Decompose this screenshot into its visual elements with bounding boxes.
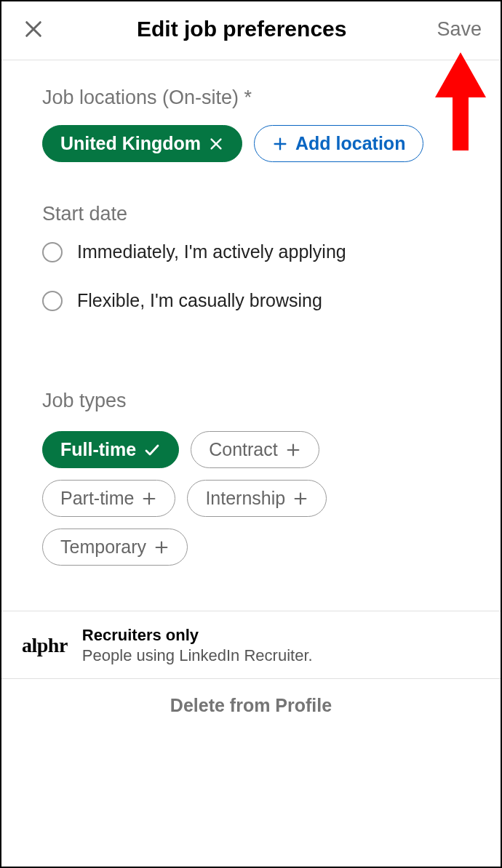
radio-option-immediately[interactable]: Immediately, I'm actively applying bbox=[42, 241, 460, 262]
save-button[interactable]: Save bbox=[435, 15, 483, 44]
plus-icon bbox=[141, 491, 157, 507]
content-area: Job locations (On-site) * United Kingdom bbox=[1, 60, 501, 611]
radio-label: Flexible, I'm casually browsing bbox=[77, 290, 322, 311]
job-type-label: Temporary bbox=[60, 537, 146, 558]
visibility-card[interactable]: alphr Recruiters only People using Linke… bbox=[1, 611, 501, 678]
job-types-pills: Full-time Contract Part-time bbox=[42, 431, 460, 566]
visibility-title: Recruiters only bbox=[82, 626, 313, 645]
start-date-title: Start date bbox=[42, 203, 460, 225]
radio-label: Immediately, I'm actively applying bbox=[77, 241, 346, 262]
job-type-chip-fulltime[interactable]: Full-time bbox=[42, 431, 179, 468]
brand-logo: alphr bbox=[22, 634, 68, 657]
job-type-chip-contract[interactable]: Contract bbox=[191, 431, 319, 468]
plus-icon bbox=[285, 442, 301, 458]
remove-icon bbox=[208, 136, 224, 152]
job-type-label: Contract bbox=[209, 439, 277, 460]
close-button[interactable] bbox=[19, 15, 48, 44]
job-type-label: Part-time bbox=[60, 488, 134, 509]
plus-icon bbox=[154, 539, 170, 555]
add-location-button[interactable]: Add location bbox=[254, 125, 423, 162]
check-icon bbox=[143, 441, 161, 459]
visibility-text: Recruiters only People using LinkedIn Re… bbox=[82, 626, 313, 665]
job-type-chip-parttime[interactable]: Part-time bbox=[42, 480, 175, 517]
locations-title: Job locations (On-site) * bbox=[42, 87, 460, 109]
job-types-title: Job types bbox=[42, 390, 460, 412]
radio-option-flexible[interactable]: Flexible, I'm casually browsing bbox=[42, 290, 460, 311]
job-type-chip-internship[interactable]: Internship bbox=[187, 480, 327, 517]
visibility-desc: People using LinkedIn Recruiter. bbox=[82, 646, 313, 665]
start-date-section: Start date Immediately, I'm actively app… bbox=[42, 203, 460, 311]
close-icon bbox=[22, 17, 45, 41]
radio-icon bbox=[42, 291, 63, 311]
location-chip-selected[interactable]: United Kingdom bbox=[42, 125, 242, 162]
locations-pills: United Kingdom Add location bbox=[42, 125, 460, 162]
plus-icon bbox=[292, 491, 308, 507]
location-chip-label: United Kingdom bbox=[60, 133, 201, 154]
page-title: Edit job preferences bbox=[48, 17, 435, 41]
add-location-label: Add location bbox=[295, 133, 405, 154]
job-type-chip-temporary[interactable]: Temporary bbox=[42, 529, 188, 566]
modal-header: Edit job preferences Save bbox=[1, 1, 501, 60]
plus-icon bbox=[272, 136, 288, 152]
delete-section: Delete from Profile bbox=[1, 678, 501, 732]
job-types-section: Job types Full-time Contract bbox=[42, 390, 460, 566]
job-type-label: Internship bbox=[205, 488, 285, 509]
job-type-label: Full-time bbox=[60, 439, 136, 460]
radio-icon bbox=[42, 242, 63, 262]
delete-button[interactable]: Delete from Profile bbox=[170, 695, 332, 715]
locations-section: Job locations (On-site) * United Kingdom bbox=[42, 87, 460, 162]
